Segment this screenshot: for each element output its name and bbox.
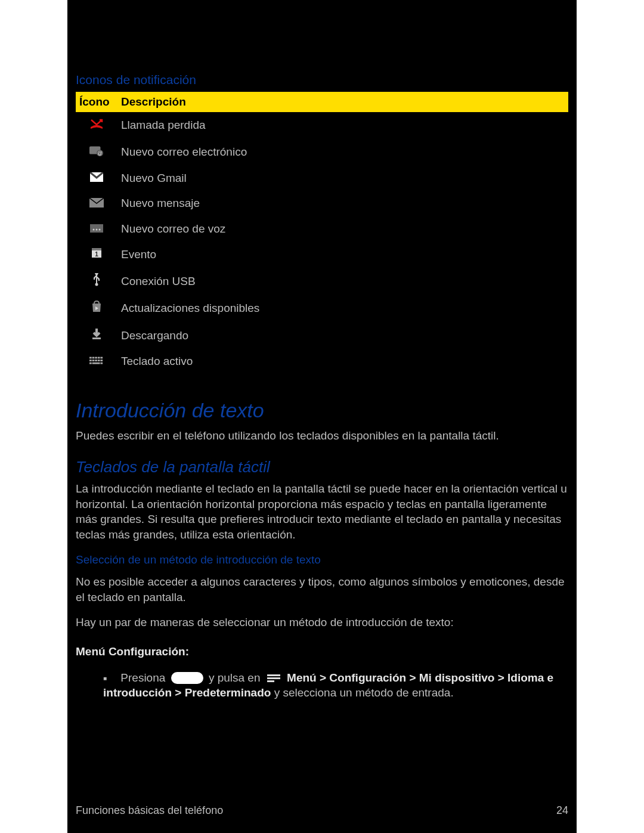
table-row: Llamada perdida xyxy=(76,112,568,139)
message-envelope-icon xyxy=(89,196,104,210)
table-cell-description: Actualizaciones disponibles xyxy=(117,295,568,322)
page-number: 24 xyxy=(556,803,568,817)
select-input-method-heading: Selección de un método de introducción d… xyxy=(76,552,568,568)
table-cell-description: Llamada perdida xyxy=(117,112,568,139)
list-item: Presiona y pulsa en Menú > Configuración… xyxy=(103,670,568,701)
press-text: Presiona xyxy=(120,671,165,684)
table-row: Nuevo mensaje xyxy=(76,191,568,216)
svg-rect-28 xyxy=(267,677,280,679)
table-cell-description: Nuevo correo electrónico xyxy=(117,139,568,166)
table-header-icon: Ícono xyxy=(76,92,117,112)
svg-rect-13 xyxy=(92,337,101,339)
table-row: 1 Evento xyxy=(76,241,568,268)
and-tap-text: y pulsa en xyxy=(209,671,261,684)
touch-keyboards-paragraph: La introducción mediante el teclado en l… xyxy=(76,481,568,543)
svg-rect-24 xyxy=(89,363,92,364)
updates-shopping-bag-icon xyxy=(89,299,104,314)
email-at-icon: @ xyxy=(89,144,104,158)
svg-rect-23 xyxy=(100,360,103,361)
home-button-icon xyxy=(171,672,203,684)
svg-point-12 xyxy=(95,283,98,286)
text-entry-paragraph: Puedes escribir en el teléfono utilizand… xyxy=(76,428,568,444)
svg-rect-29 xyxy=(267,680,274,682)
table-row: Actualizaciones disponibles xyxy=(76,295,568,322)
svg-rect-22 xyxy=(98,360,100,361)
svg-rect-18 xyxy=(100,357,103,358)
svg-rect-15 xyxy=(92,357,95,358)
svg-rect-10 xyxy=(92,248,101,250)
table-row: Nuevo Gmail xyxy=(76,165,568,191)
bullet-tail-text: y selecciona un método de entrada. xyxy=(271,686,453,699)
table-cell-description: Evento xyxy=(117,241,568,268)
svg-rect-19 xyxy=(89,360,92,361)
svg-rect-26 xyxy=(100,363,103,364)
table-header-description: Descripción xyxy=(117,92,568,112)
table-row: Conexión USB xyxy=(76,268,568,295)
footer-section-title: Funciones básicas del teléfono xyxy=(76,803,223,817)
menu-hamburger-icon xyxy=(267,674,280,683)
table-row: Nuevo correo de voz xyxy=(76,216,568,241)
keyboard-icon xyxy=(89,354,104,368)
table-cell-description: Nuevo mensaje xyxy=(117,191,568,216)
couple-ways-paragraph: Hay un par de maneras de seleccionar un … xyxy=(76,615,568,630)
table-cell-description: Nuevo correo de voz xyxy=(117,216,568,241)
notification-icons-table: Ícono Descripción Llamada perdida @ Nuev… xyxy=(76,92,568,373)
table-cell-description: Teclado activo xyxy=(117,349,568,374)
calendar-event-icon: 1 xyxy=(89,246,104,260)
svg-rect-16 xyxy=(95,357,97,358)
notification-icons-heading: Iconos de notificación xyxy=(76,72,568,88)
gmail-icon xyxy=(89,170,104,184)
table-row: @ Nuevo correo electrónico xyxy=(76,139,568,166)
svg-rect-21 xyxy=(95,360,97,361)
usb-icon xyxy=(89,272,104,287)
touch-keyboards-heading: Teclados de la pantalla táctil xyxy=(76,457,568,478)
table-cell-description: Conexión USB xyxy=(117,268,568,295)
svg-rect-20 xyxy=(92,360,95,361)
svg-point-6 xyxy=(93,228,95,230)
svg-rect-5 xyxy=(90,224,103,233)
svg-rect-14 xyxy=(89,357,92,358)
svg-rect-25 xyxy=(92,363,100,364)
svg-rect-27 xyxy=(267,674,280,676)
voicemail-icon xyxy=(89,221,104,236)
svg-text:1: 1 xyxy=(95,251,98,258)
table-cell-description: Nuevo Gmail xyxy=(117,165,568,191)
not-possible-paragraph: No es posible acceder a algunos caracter… xyxy=(76,574,568,605)
table-row: Teclado activo xyxy=(76,349,568,374)
svg-point-7 xyxy=(96,228,98,230)
svg-rect-17 xyxy=(98,357,100,358)
missed-call-icon xyxy=(89,117,104,131)
svg-text:@: @ xyxy=(97,150,102,156)
menu-config-label: Menú Configuración: xyxy=(76,644,568,659)
table-cell-description: Descargando xyxy=(117,322,568,349)
table-row: Descargando xyxy=(76,322,568,349)
download-icon xyxy=(89,327,104,341)
svg-point-8 xyxy=(99,228,101,230)
text-entry-heading: Introducción de texto xyxy=(76,397,568,425)
